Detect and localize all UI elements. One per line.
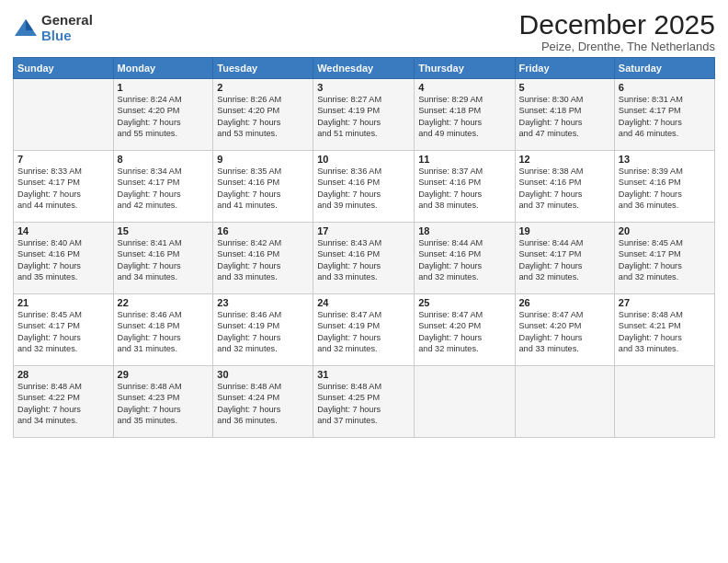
day-cell <box>614 366 714 438</box>
day-info: Sunrise: 8:30 AM Sunset: 4:18 PM Dayligh… <box>519 94 610 140</box>
title-block: December 2025 Peize, Drenthe, The Nether… <box>519 9 715 53</box>
day-cell: 5Sunrise: 8:30 AM Sunset: 4:18 PM Daylig… <box>515 79 614 151</box>
col-friday: Friday <box>515 58 614 79</box>
day-info: Sunrise: 8:48 AM Sunset: 4:21 PM Dayligh… <box>619 309 711 355</box>
day-info: Sunrise: 8:48 AM Sunset: 4:22 PM Dayligh… <box>17 381 109 427</box>
day-cell: 11Sunrise: 8:37 AM Sunset: 4:16 PM Dayli… <box>415 151 515 223</box>
day-info: Sunrise: 8:46 AM Sunset: 4:19 PM Dayligh… <box>217 309 309 355</box>
week-row-1: 7Sunrise: 8:33 AM Sunset: 4:17 PM Daylig… <box>14 151 715 223</box>
day-number: 20 <box>619 225 711 236</box>
week-row-2: 14Sunrise: 8:40 AM Sunset: 4:16 PM Dayli… <box>14 223 715 294</box>
calendar-body: 1Sunrise: 8:24 AM Sunset: 4:20 PM Daylig… <box>14 79 715 438</box>
day-cell: 28Sunrise: 8:48 AM Sunset: 4:22 PM Dayli… <box>14 366 114 438</box>
day-number: 15 <box>118 225 210 236</box>
col-tuesday: Tuesday <box>213 58 313 79</box>
day-info: Sunrise: 8:48 AM Sunset: 4:24 PM Dayligh… <box>217 381 309 427</box>
day-number: 8 <box>118 154 210 165</box>
location: Peize, Drenthe, The Netherlands <box>519 40 715 53</box>
day-cell: 31Sunrise: 8:48 AM Sunset: 4:25 PM Dayli… <box>313 366 415 438</box>
day-cell: 3Sunrise: 8:27 AM Sunset: 4:19 PM Daylig… <box>313 79 415 151</box>
day-info: Sunrise: 8:29 AM Sunset: 4:18 PM Dayligh… <box>418 94 510 140</box>
day-info: Sunrise: 8:39 AM Sunset: 4:16 PM Dayligh… <box>619 166 711 212</box>
logo-text: General Blue <box>41 13 93 43</box>
day-info: Sunrise: 8:36 AM Sunset: 4:16 PM Dayligh… <box>317 166 410 212</box>
day-number: 14 <box>17 225 109 236</box>
day-number: 11 <box>418 154 510 165</box>
day-info: Sunrise: 8:48 AM Sunset: 4:23 PM Dayligh… <box>118 381 210 427</box>
day-info: Sunrise: 8:33 AM Sunset: 4:17 PM Dayligh… <box>17 166 109 212</box>
day-number: 24 <box>317 297 410 308</box>
day-number: 19 <box>519 225 610 236</box>
day-number: 1 <box>118 82 210 93</box>
day-cell: 10Sunrise: 8:36 AM Sunset: 4:16 PM Dayli… <box>313 151 415 223</box>
col-monday: Monday <box>113 58 213 79</box>
day-cell: 21Sunrise: 8:45 AM Sunset: 4:17 PM Dayli… <box>14 294 114 366</box>
col-sunday: Sunday <box>14 58 114 79</box>
day-cell: 16Sunrise: 8:42 AM Sunset: 4:16 PM Dayli… <box>213 223 313 294</box>
day-info: Sunrise: 8:34 AM Sunset: 4:17 PM Dayligh… <box>118 166 210 212</box>
day-info: Sunrise: 8:46 AM Sunset: 4:18 PM Dayligh… <box>118 309 210 355</box>
day-cell: 25Sunrise: 8:47 AM Sunset: 4:20 PM Dayli… <box>415 294 515 366</box>
day-number: 29 <box>118 369 210 380</box>
day-number: 12 <box>519 154 610 165</box>
day-info: Sunrise: 8:42 AM Sunset: 4:16 PM Dayligh… <box>217 237 309 283</box>
day-info: Sunrise: 8:40 AM Sunset: 4:16 PM Dayligh… <box>17 237 109 283</box>
day-cell: 14Sunrise: 8:40 AM Sunset: 4:16 PM Dayli… <box>14 223 114 294</box>
month-title: December 2025 <box>519 9 715 40</box>
day-info: Sunrise: 8:41 AM Sunset: 4:16 PM Dayligh… <box>118 237 210 283</box>
day-cell <box>515 366 614 438</box>
day-number: 3 <box>317 82 410 93</box>
day-cell: 15Sunrise: 8:41 AM Sunset: 4:16 PM Dayli… <box>113 223 213 294</box>
col-saturday: Saturday <box>614 58 714 79</box>
day-number: 22 <box>118 297 210 308</box>
day-cell: 17Sunrise: 8:43 AM Sunset: 4:16 PM Dayli… <box>313 223 415 294</box>
day-cell: 1Sunrise: 8:24 AM Sunset: 4:20 PM Daylig… <box>113 79 213 151</box>
day-number: 25 <box>418 297 510 308</box>
day-cell: 7Sunrise: 8:33 AM Sunset: 4:17 PM Daylig… <box>14 151 114 223</box>
svg-marker-1 <box>26 19 33 30</box>
day-info: Sunrise: 8:26 AM Sunset: 4:20 PM Dayligh… <box>217 94 309 140</box>
logo-general: General <box>41 13 93 29</box>
logo-blue: Blue <box>41 29 93 44</box>
week-row-4: 28Sunrise: 8:48 AM Sunset: 4:22 PM Dayli… <box>14 366 715 438</box>
col-thursday: Thursday <box>415 58 515 79</box>
day-number: 7 <box>17 154 109 165</box>
day-number: 5 <box>519 82 610 93</box>
logo: General Blue <box>13 13 93 43</box>
day-number: 17 <box>317 225 410 236</box>
day-cell: 20Sunrise: 8:45 AM Sunset: 4:17 PM Dayli… <box>614 223 714 294</box>
day-number: 23 <box>217 297 309 308</box>
day-info: Sunrise: 8:37 AM Sunset: 4:16 PM Dayligh… <box>418 166 510 212</box>
day-info: Sunrise: 8:35 AM Sunset: 4:16 PM Dayligh… <box>217 166 309 212</box>
col-wednesday: Wednesday <box>313 58 415 79</box>
day-cell: 22Sunrise: 8:46 AM Sunset: 4:18 PM Dayli… <box>113 294 213 366</box>
day-cell: 12Sunrise: 8:38 AM Sunset: 4:16 PM Dayli… <box>515 151 614 223</box>
header-row: Sunday Monday Tuesday Wednesday Thursday… <box>14 58 715 79</box>
day-cell: 29Sunrise: 8:48 AM Sunset: 4:23 PM Dayli… <box>113 366 213 438</box>
day-cell: 4Sunrise: 8:29 AM Sunset: 4:18 PM Daylig… <box>415 79 515 151</box>
day-cell: 23Sunrise: 8:46 AM Sunset: 4:19 PM Dayli… <box>213 294 313 366</box>
day-info: Sunrise: 8:44 AM Sunset: 4:16 PM Dayligh… <box>418 237 510 283</box>
day-info: Sunrise: 8:47 AM Sunset: 4:19 PM Dayligh… <box>317 309 410 355</box>
day-cell: 24Sunrise: 8:47 AM Sunset: 4:19 PM Dayli… <box>313 294 415 366</box>
day-info: Sunrise: 8:44 AM Sunset: 4:17 PM Dayligh… <box>519 237 610 283</box>
day-number: 16 <box>217 225 309 236</box>
day-cell: 2Sunrise: 8:26 AM Sunset: 4:20 PM Daylig… <box>213 79 313 151</box>
logo-icon <box>13 16 39 41</box>
day-number: 13 <box>619 154 711 165</box>
page-container: General Blue December 2025 Peize, Drenth… <box>0 0 728 445</box>
day-cell: 27Sunrise: 8:48 AM Sunset: 4:21 PM Dayli… <box>614 294 714 366</box>
day-number: 4 <box>418 82 510 93</box>
day-cell: 9Sunrise: 8:35 AM Sunset: 4:16 PM Daylig… <box>213 151 313 223</box>
day-number: 6 <box>619 82 711 93</box>
day-info: Sunrise: 8:45 AM Sunset: 4:17 PM Dayligh… <box>17 309 109 355</box>
header: General Blue December 2025 Peize, Drenth… <box>13 9 715 53</box>
day-cell: 19Sunrise: 8:44 AM Sunset: 4:17 PM Dayli… <box>515 223 614 294</box>
day-number: 30 <box>217 369 309 380</box>
calendar-table: Sunday Monday Tuesday Wednesday Thursday… <box>13 57 715 438</box>
day-number: 28 <box>17 369 109 380</box>
day-info: Sunrise: 8:43 AM Sunset: 4:16 PM Dayligh… <box>317 237 410 283</box>
day-info: Sunrise: 8:45 AM Sunset: 4:17 PM Dayligh… <box>619 237 711 283</box>
day-cell: 8Sunrise: 8:34 AM Sunset: 4:17 PM Daylig… <box>113 151 213 223</box>
day-cell <box>415 366 515 438</box>
